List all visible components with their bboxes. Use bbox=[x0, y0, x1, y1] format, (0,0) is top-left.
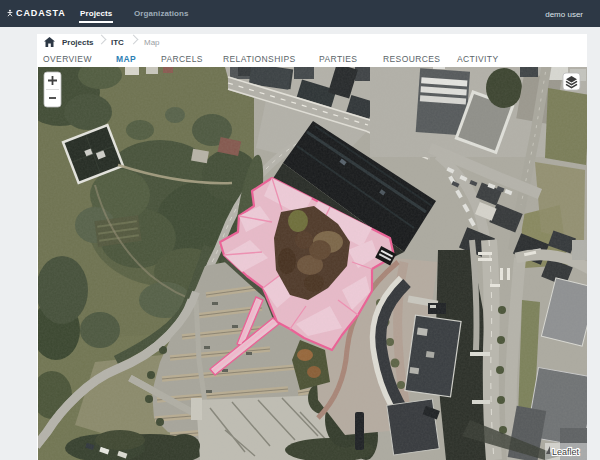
svg-text:Leaflet: Leaflet bbox=[552, 447, 580, 457]
